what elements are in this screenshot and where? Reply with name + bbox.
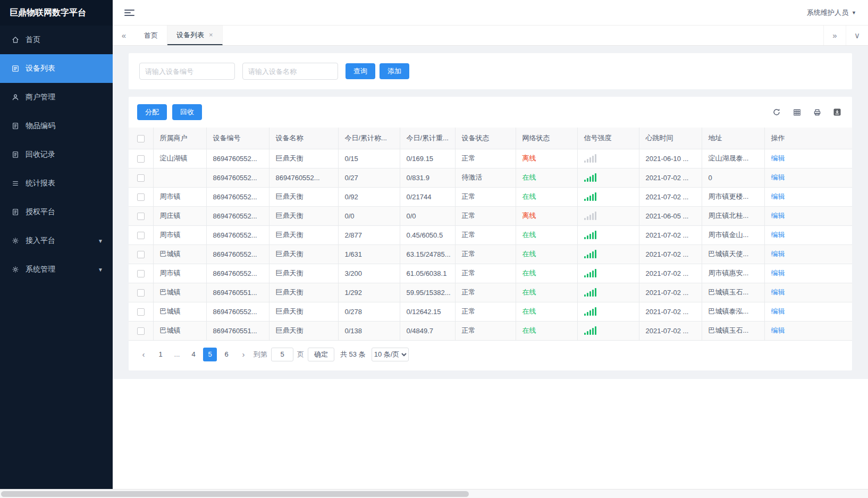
cell-heartbeat: 2021-07-02 ... xyxy=(639,225,702,244)
goto-page-input[interactable] xyxy=(271,348,293,361)
cell-status: 待激活 xyxy=(455,168,516,187)
tab-0[interactable]: 首页 xyxy=(135,26,167,45)
columns-icon[interactable] xyxy=(790,106,803,119)
sidebar-item-5[interactable]: 统计报表 xyxy=(0,169,113,198)
signal-bars-icon xyxy=(584,192,596,201)
next-page-icon[interactable]: › xyxy=(237,348,250,361)
cell-signal xyxy=(577,206,639,225)
sidebar-item-label: 物品编码 xyxy=(26,121,55,131)
print-icon[interactable] xyxy=(811,106,823,119)
device-name-input[interactable] xyxy=(242,63,338,80)
sidebar-item-7[interactable]: 接入平台▼ xyxy=(0,226,113,255)
sidebar-item-1[interactable]: 设备列表 xyxy=(0,54,113,83)
edit-link[interactable]: 编辑 xyxy=(771,250,785,258)
table-row: 巴城镇8694760551...巨鼎天衡0/1380/4849.7正常在线202… xyxy=(129,321,852,340)
cell-today-count: 3/200 xyxy=(338,264,400,283)
signal-bars-icon xyxy=(584,212,596,220)
row-checkbox[interactable] xyxy=(137,213,145,220)
pagination: ‹ 1...456 › 到第 页 确定 共 53 条 10 条/页 xyxy=(129,341,852,368)
sidebar-item-8[interactable]: 系统管理▼ xyxy=(0,255,113,284)
recycle-button[interactable]: 回收 xyxy=(172,104,202,120)
device-no-input[interactable] xyxy=(139,63,235,80)
close-icon[interactable]: × xyxy=(209,31,213,38)
cell-merchant: 巴城镇 xyxy=(153,244,206,264)
allocate-button[interactable]: 分配 xyxy=(137,104,167,120)
main-area: 系统维护人员 ▼ « 首页设备列表× » ∨ 查询 添加 xyxy=(113,0,868,489)
add-button[interactable]: 添加 xyxy=(380,63,409,79)
row-checkbox[interactable] xyxy=(137,193,145,201)
column-header: 地址 xyxy=(702,128,764,149)
scrollbar-thumb[interactable] xyxy=(1,491,469,497)
sidebar-item-6[interactable]: 授权平台 xyxy=(0,198,113,226)
page-number[interactable]: 1 xyxy=(154,348,167,361)
row-checkbox[interactable] xyxy=(137,251,145,258)
page-number[interactable]: 5 xyxy=(203,348,217,361)
row-checkbox[interactable] xyxy=(137,308,145,316)
cell-address: 周市镇惠安... xyxy=(702,264,764,283)
sidebar-collapse-icon[interactable] xyxy=(124,8,135,18)
page-number[interactable]: 4 xyxy=(187,348,200,361)
cell-status: 正常 xyxy=(455,321,516,340)
tabs-menu-icon[interactable]: ∨ xyxy=(846,26,868,45)
table-actions: 分配 回收 xyxy=(137,104,202,120)
cell-today-weight: 0.45/6050.5 xyxy=(400,225,455,244)
confirm-button[interactable]: 确定 xyxy=(308,348,334,361)
refresh-icon[interactable] xyxy=(770,106,783,119)
cell-device-name: 巨鼎天衡 xyxy=(269,244,338,264)
edit-link[interactable]: 编辑 xyxy=(771,154,785,162)
cell-status: 正常 xyxy=(455,283,516,302)
sidebar-item-label: 回收记录 xyxy=(26,150,55,159)
edit-link[interactable]: 编辑 xyxy=(771,192,785,200)
edit-link[interactable]: 编辑 xyxy=(771,326,785,334)
app-logo: 巨鼎物联网数字平台 xyxy=(0,0,113,26)
prev-page-icon[interactable]: ‹ xyxy=(137,348,150,361)
table-row: 周市镇8694760552...巨鼎天衡2/8770.45/6050.5正常在线… xyxy=(129,225,852,244)
select-all-checkbox[interactable] xyxy=(137,135,145,142)
tabs-scroll-right-icon[interactable]: » xyxy=(823,26,846,45)
column-header: 网络状态 xyxy=(516,128,577,149)
edit-link[interactable]: 编辑 xyxy=(771,269,785,277)
horizontal-scrollbar[interactable] xyxy=(0,489,868,498)
row-checkbox[interactable] xyxy=(137,155,145,163)
cell-today-weight: 0/831.9 xyxy=(400,168,455,187)
row-checkbox[interactable] xyxy=(137,270,145,277)
cell-device-name: 巨鼎天衡 xyxy=(269,321,338,340)
signal-bars-icon xyxy=(584,231,596,239)
sidebar-item-2[interactable]: 商户管理 xyxy=(0,83,113,112)
edit-link[interactable]: 编辑 xyxy=(771,307,785,315)
edit-link[interactable]: 编辑 xyxy=(771,212,785,220)
sidebar-item-4[interactable]: 回收记录 xyxy=(0,140,113,169)
cell-heartbeat: 2021-06-05 ... xyxy=(639,206,702,225)
sidebar-item-label: 系统管理 xyxy=(26,265,55,274)
row-checkbox[interactable] xyxy=(137,327,145,335)
page-size-select[interactable]: 10 条/页 xyxy=(372,348,409,361)
cell-address: 巴城镇泰泓... xyxy=(702,302,764,321)
edit-link[interactable]: 编辑 xyxy=(771,231,785,239)
cell-heartbeat: 2021-07-02 ... xyxy=(639,168,702,187)
cell-network: 在线 xyxy=(516,321,577,340)
tab-1[interactable]: 设备列表× xyxy=(167,26,223,45)
gear-icon xyxy=(11,266,20,273)
table-body: 淀山湖镇8694760552...巨鼎天衡0/150/169.15正常离线202… xyxy=(129,149,852,340)
table-row: 巴城镇8694760552...巨鼎天衡1/63163.15/24785...正… xyxy=(129,244,852,264)
tabs: 首页设备列表× xyxy=(135,26,223,45)
cell-heartbeat: 2021-07-02 ... xyxy=(639,302,702,321)
sidebar: 巨鼎物联网数字平台 首页设备列表商户管理物品编码回收记录统计报表授权平台接入平台… xyxy=(0,0,113,489)
row-checkbox[interactable] xyxy=(137,174,145,182)
query-button[interactable]: 查询 xyxy=(345,63,375,79)
cell-address: 0 xyxy=(702,168,764,187)
row-checkbox[interactable] xyxy=(137,232,145,239)
sidebar-item-3[interactable]: 物品编码 xyxy=(0,112,113,140)
edit-link[interactable]: 编辑 xyxy=(771,173,785,181)
tabs-scroll-left-icon[interactable]: « xyxy=(113,26,135,45)
signal-bars-icon xyxy=(584,288,596,297)
cell-signal xyxy=(577,225,639,244)
user-menu[interactable]: 系统维护人员 ▼ xyxy=(807,8,856,18)
edit-link[interactable]: 编辑 xyxy=(771,288,785,296)
row-checkbox[interactable] xyxy=(137,289,145,297)
cell-device-name: 巨鼎天衡 xyxy=(269,187,338,206)
export-icon[interactable] xyxy=(831,106,844,119)
page-number[interactable]: 6 xyxy=(220,348,233,361)
cell-network: 在线 xyxy=(516,244,577,264)
sidebar-item-0[interactable]: 首页 xyxy=(0,26,113,54)
